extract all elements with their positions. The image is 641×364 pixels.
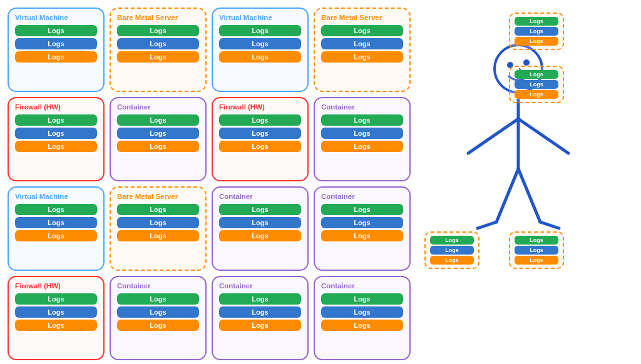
log-button-2[interactable]: Logs <box>219 230 301 241</box>
log-button-2[interactable]: Logs <box>219 320 301 331</box>
device-card-7: ContainerLogsLogsLogs <box>314 97 411 181</box>
log-button-2[interactable]: Logs <box>15 230 97 241</box>
device-card-8: Virtual MachineLogsLogsLogs <box>8 186 105 271</box>
log-button-2[interactable]: Logs <box>15 51 97 63</box>
device-title: Container <box>219 282 301 290</box>
device-card-2: Virtual MachineLogsLogsLogs <box>212 8 309 92</box>
device-card-3: Bare Metal ServerLogsLogsLogs <box>314 8 411 92</box>
device-card-13: ContainerLogsLogsLogs <box>110 276 207 360</box>
mini-log-green: Logs <box>430 236 474 245</box>
device-title: Firewall (HW) <box>219 103 301 111</box>
mini-card-right-hand: Logs Logs Logs <box>509 231 564 269</box>
mini-log-orange: Logs <box>515 256 558 265</box>
right-panel: Logs Logs Logs Logs Logs Logs Logs Logs … <box>418 0 641 364</box>
log-button-0[interactable]: Logs <box>321 25 403 36</box>
device-title: Virtual Machine <box>219 14 301 21</box>
log-button-1[interactable]: Logs <box>219 217 301 228</box>
mini-log-blue: Logs <box>515 80 558 89</box>
device-title: Bare Metal Server <box>117 193 199 200</box>
mini-log-green: Logs <box>515 17 558 26</box>
device-card-15: ContainerLogsLogsLogs <box>314 276 411 360</box>
mini-log-orange: Logs <box>515 90 558 99</box>
log-button-2[interactable]: Logs <box>219 141 301 152</box>
log-button-0[interactable]: Logs <box>117 114 199 126</box>
log-button-2[interactable]: Logs <box>321 320 403 331</box>
log-button-2[interactable]: Logs <box>117 141 199 152</box>
log-button-2[interactable]: Logs <box>117 320 199 331</box>
svg-point-2 <box>523 59 530 66</box>
log-button-0[interactable]: Logs <box>117 204 199 215</box>
mini-log-orange: Logs <box>515 37 558 46</box>
log-button-0[interactable]: Logs <box>321 293 403 305</box>
device-card-12: Firewall (HW)LogsLogsLogs <box>8 276 105 360</box>
log-button-1[interactable]: Logs <box>321 306 403 318</box>
log-button-1[interactable]: Logs <box>321 38 403 49</box>
svg-line-4 <box>468 119 518 153</box>
device-grid: Virtual MachineLogsLogsLogsBare Metal Se… <box>0 0 418 364</box>
device-title: Bare Metal Server <box>117 14 199 21</box>
device-title: Firewall (HW) <box>15 282 97 290</box>
device-title: Container <box>321 103 403 111</box>
svg-line-6 <box>496 169 518 222</box>
log-button-1[interactable]: Logs <box>219 128 301 139</box>
mini-card-top1: Logs Logs Logs <box>509 13 564 50</box>
device-card-9: Bare Metal ServerLogsLogsLogs <box>110 186 207 271</box>
log-button-0[interactable]: Logs <box>219 25 301 36</box>
log-button-2[interactable]: Logs <box>219 51 301 63</box>
device-title: Container <box>321 193 403 200</box>
log-button-2[interactable]: Logs <box>15 320 97 331</box>
log-button-0[interactable]: Logs <box>15 204 97 215</box>
log-button-1[interactable]: Logs <box>219 306 301 318</box>
mini-log-blue: Logs <box>515 27 558 36</box>
device-title: Container <box>117 103 199 111</box>
log-button-0[interactable]: Logs <box>15 114 97 126</box>
device-title: Container <box>219 193 301 200</box>
mini-log-blue: Logs <box>430 246 474 255</box>
device-title: Container <box>117 282 199 290</box>
log-button-0[interactable]: Logs <box>321 204 403 215</box>
log-button-0[interactable]: Logs <box>15 293 97 305</box>
log-button-1[interactable]: Logs <box>321 217 403 228</box>
log-button-2[interactable]: Logs <box>321 51 403 63</box>
svg-line-7 <box>518 169 540 222</box>
log-button-2[interactable]: Logs <box>15 141 97 152</box>
device-card-5: ContainerLogsLogsLogs <box>110 97 207 181</box>
log-button-1[interactable]: Logs <box>117 306 199 318</box>
device-card-14: ContainerLogsLogsLogs <box>212 276 309 360</box>
log-button-1[interactable]: Logs <box>15 128 97 139</box>
log-button-0[interactable]: Logs <box>15 25 97 36</box>
log-button-0[interactable]: Logs <box>321 114 403 126</box>
device-title: Virtual Machine <box>15 193 97 200</box>
log-button-2[interactable]: Logs <box>321 230 403 241</box>
log-button-1[interactable]: Logs <box>15 217 97 228</box>
log-button-1[interactable]: Logs <box>117 38 199 49</box>
log-button-0[interactable]: Logs <box>219 293 301 305</box>
mini-log-blue: Logs <box>515 246 558 255</box>
log-button-2[interactable]: Logs <box>117 51 199 63</box>
mini-log-green: Logs <box>515 70 558 79</box>
svg-line-8 <box>478 222 496 228</box>
log-button-0[interactable]: Logs <box>219 204 301 215</box>
log-button-2[interactable]: Logs <box>117 230 199 241</box>
device-title: Virtual Machine <box>15 14 97 21</box>
log-button-0[interactable]: Logs <box>117 293 199 305</box>
device-card-4: Firewall (HW)LogsLogsLogs <box>8 97 105 181</box>
mini-log-orange: Logs <box>430 256 474 265</box>
log-button-0[interactable]: Logs <box>219 114 301 126</box>
device-card-1: Bare Metal ServerLogsLogsLogs <box>110 8 207 92</box>
device-card-10: ContainerLogsLogsLogs <box>212 186 309 271</box>
device-title: Bare Metal Server <box>321 14 403 21</box>
log-button-1[interactable]: Logs <box>117 128 199 139</box>
svg-line-5 <box>518 119 568 153</box>
log-button-1[interactable]: Logs <box>15 38 97 49</box>
log-button-2[interactable]: Logs <box>321 141 403 152</box>
log-button-1[interactable]: Logs <box>117 217 199 228</box>
log-button-1[interactable]: Logs <box>15 306 97 318</box>
device-card-11: ContainerLogsLogsLogs <box>314 186 411 271</box>
device-card-6: Firewall (HW)LogsLogsLogs <box>212 97 309 181</box>
log-button-1[interactable]: Logs <box>219 38 301 49</box>
log-button-0[interactable]: Logs <box>117 25 199 36</box>
log-button-1[interactable]: Logs <box>321 128 403 139</box>
device-card-0: Virtual MachineLogsLogsLogs <box>8 8 105 92</box>
device-title: Container <box>321 282 403 290</box>
